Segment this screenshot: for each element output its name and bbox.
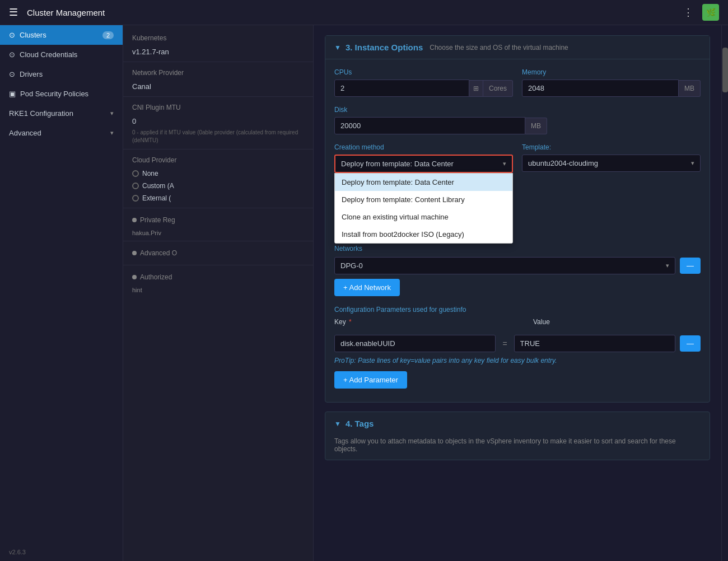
sidebar-item-pod-security[interactable]: ▣ Pod Security Policies bbox=[0, 84, 123, 104]
dropdown-item-2[interactable]: Clone an existing virtual machine bbox=[335, 208, 512, 226]
sidebar-advanced-label: Advanced bbox=[9, 129, 41, 137]
config-params-label: Configuration Parameters used for guesti… bbox=[334, 306, 466, 314]
memory-input-group: MB bbox=[522, 80, 701, 97]
disk-input[interactable] bbox=[334, 117, 525, 134]
advanced-options-section: Advanced O bbox=[123, 245, 313, 261]
section3-body: CPUs ⊞ Cores Memory MB bbox=[325, 59, 710, 402]
sidebar-item-advanced[interactable]: Advanced ▾ bbox=[0, 123, 123, 143]
add-network-group: + Add Network bbox=[334, 279, 701, 296]
remove-network-button[interactable]: — bbox=[680, 258, 701, 274]
sidebar-item-cloud-credentials[interactable]: ⊙ Cloud Credentials bbox=[0, 45, 123, 64]
scrollbar-thumb[interactable] bbox=[722, 48, 728, 92]
add-parameter-group: + Add Parameter bbox=[334, 371, 701, 389]
more-options-icon[interactable]: ⋮ bbox=[683, 6, 693, 18]
authorized-section: Authorized bbox=[123, 269, 313, 286]
template-label: Template: bbox=[522, 143, 701, 151]
cni-plugin-value: 0 bbox=[123, 115, 313, 128]
section4-header: ▼ 4. Tags bbox=[325, 412, 710, 435]
radio-none-dot bbox=[132, 170, 139, 177]
kv-row-0: = — bbox=[334, 335, 701, 352]
main-wrapper: Kubernetes v1.21.7-ran Network Provider … bbox=[123, 25, 728, 561]
required-star: * bbox=[349, 318, 352, 326]
template-value: ubuntu2004-cloudimg bbox=[528, 159, 598, 167]
creation-method-menu: Deploy from template: Data Center Deploy… bbox=[334, 173, 513, 244]
memory-label: Memory bbox=[522, 68, 701, 76]
cpus-icon: ⊞ bbox=[469, 80, 483, 97]
kubernetes-version-value: v1.21.7-ran bbox=[123, 45, 313, 58]
dropdown-item-3[interactable]: Install from boot2docker ISO (Legacy) bbox=[335, 226, 512, 243]
key-input[interactable] bbox=[334, 335, 496, 352]
network-select[interactable]: DPG-0 ▾ bbox=[334, 257, 675, 274]
radio-custom: Custom (A bbox=[123, 180, 313, 192]
template-chevron: ▾ bbox=[691, 160, 694, 167]
dropdown-item-0[interactable]: Deploy from template: Data Center bbox=[335, 174, 512, 191]
section3-title: 3. Instance Options bbox=[346, 43, 423, 52]
section4-arrow-icon: ▼ bbox=[334, 420, 341, 428]
sidebar-item-rke1[interactable]: RKE1 Configuration ▾ bbox=[0, 104, 123, 123]
disk-input-group: MB bbox=[334, 117, 547, 134]
memory-input[interactable] bbox=[522, 80, 679, 97]
network-chevron: ▾ bbox=[666, 262, 669, 269]
add-parameter-button[interactable]: + Add Parameter bbox=[334, 371, 407, 389]
sidebar-drivers-label: Drivers bbox=[20, 70, 43, 78]
network-provider-label: Network Provider bbox=[123, 66, 313, 80]
clusters-icon: ⊙ bbox=[9, 31, 15, 39]
template-select[interactable]: ubuntu2004-cloudimg ▾ bbox=[522, 155, 701, 172]
add-network-label: + Add Network bbox=[343, 283, 391, 292]
memory-unit: MB bbox=[679, 80, 701, 97]
networks-label: Networks bbox=[334, 245, 362, 253]
dropdown-item-1[interactable]: Deploy from template: Content Library bbox=[335, 191, 512, 208]
sidebar-item-clusters[interactable]: ⊙ Clusters 2 bbox=[0, 25, 123, 45]
network-value: DPG-0 bbox=[340, 261, 363, 270]
creation-method-dropdown: Deploy from template: Data Center ▾ Depl… bbox=[334, 155, 513, 173]
radio-external-label: External ( bbox=[142, 194, 171, 202]
disk-row: Disk MB bbox=[334, 106, 701, 134]
network-row-0: DPG-0 ▾ — bbox=[334, 257, 701, 274]
hamburger-icon[interactable]: ☰ bbox=[9, 6, 18, 18]
section4-title: 4. Tags bbox=[346, 419, 374, 428]
add-network-button[interactable]: + Add Network bbox=[334, 279, 400, 296]
template-group: Template: ubuntu2004-cloudimg ▾ bbox=[522, 143, 701, 172]
sidebar-clusters-label: Clusters bbox=[20, 31, 46, 39]
key-col-label: Key * bbox=[334, 318, 502, 326]
creation-method-select[interactable]: Deploy from template: Data Center ▾ bbox=[334, 155, 513, 173]
value-input[interactable] bbox=[514, 335, 675, 352]
disk-unit: MB bbox=[525, 118, 547, 134]
private-reg-desc: hakua.Priv bbox=[123, 228, 313, 237]
cloud-credentials-icon: ⊙ bbox=[9, 50, 15, 59]
creation-method-value: Deploy from template: Data Center bbox=[341, 160, 454, 168]
section3-header: ▼ 3. Instance Options Choose the size an… bbox=[325, 36, 710, 59]
networks-section: Networks bbox=[334, 244, 701, 253]
protip-text: ProTip: Paste lines of key=value pairs i… bbox=[334, 357, 701, 364]
sidebar-pod-security-label: Pod Security Policies bbox=[20, 90, 88, 98]
advanced-options-dot bbox=[132, 251, 137, 255]
cni-plugin-label: CNI Plugin MTU bbox=[123, 100, 313, 115]
cpus-label: CPUs bbox=[334, 68, 513, 76]
private-reg-section: Private Reg bbox=[123, 212, 313, 228]
remove-kv-button[interactable]: — bbox=[680, 335, 701, 352]
radio-none: None bbox=[123, 167, 313, 180]
radio-none-label: None bbox=[142, 170, 158, 177]
avatar[interactable]: 🌿 bbox=[702, 4, 719, 21]
radio-custom-label: Custom (A bbox=[142, 182, 174, 190]
private-reg-dot bbox=[132, 218, 137, 222]
kv-header-row: Key * Value bbox=[334, 318, 701, 326]
clusters-badge: 2 bbox=[102, 31, 114, 39]
authorized-desc: hint bbox=[123, 286, 313, 294]
topbar: ☰ Cluster Management ⋮ 🌿 bbox=[0, 0, 728, 25]
sidebar-item-drivers[interactable]: ⊙ Drivers bbox=[0, 64, 123, 84]
radio-external: External ( bbox=[123, 192, 313, 204]
sidebar-rke1-label: RKE1 Configuration bbox=[9, 109, 73, 118]
content-panel: ▼ 3. Instance Options Choose the size an… bbox=[314, 25, 721, 561]
memory-group: Memory MB bbox=[522, 68, 701, 97]
private-reg-label: Private Reg bbox=[140, 216, 175, 224]
kubernetes-section-label: Kubernetes bbox=[123, 31, 313, 45]
sidebar-cloud-credentials-label: Cloud Credentials bbox=[20, 50, 77, 59]
cloud-provider-label: Cloud Provider bbox=[123, 153, 313, 167]
cpus-input[interactable] bbox=[334, 80, 469, 97]
disk-group: Disk MB bbox=[334, 106, 547, 134]
drivers-icon: ⊙ bbox=[9, 70, 15, 78]
scrollbar[interactable] bbox=[721, 25, 728, 561]
equals-sign: = bbox=[500, 339, 509, 348]
radio-external-dot bbox=[132, 195, 139, 202]
